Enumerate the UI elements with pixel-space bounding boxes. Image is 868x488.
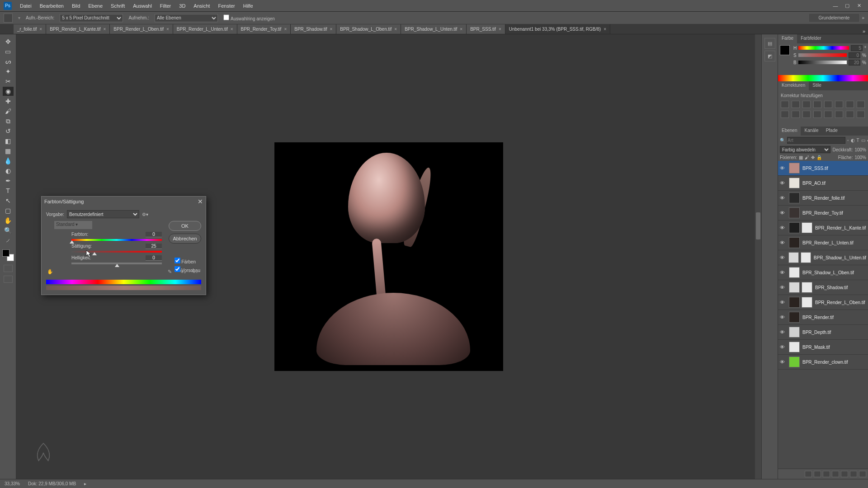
layer-visibility-icon[interactable]: 👁 [780, 195, 786, 201]
layer-row[interactable]: 👁BPR_Mask.tif [778, 340, 868, 355]
new-group-icon[interactable] [841, 471, 848, 477]
window-maximize-button[interactable]: ▢ [842, 2, 853, 10]
layer-name[interactable]: BPR_Render_L_Unten.tif [802, 240, 854, 245]
layer-visibility-icon[interactable]: 👁 [780, 344, 786, 350]
layer-name[interactable]: BPR_Render_Toy.tif [802, 211, 843, 216]
h-slider[interactable] [798, 46, 849, 50]
dialog-close-button[interactable]: ✕ [198, 198, 203, 205]
move-tool[interactable]: ✥ [3, 37, 14, 46]
exposure-adj-icon[interactable] [813, 101, 821, 108]
menu-layer[interactable]: Ebene [88, 3, 103, 9]
layer-filter-input[interactable] [787, 137, 845, 144]
ruler-tool[interactable]: ⟋ [3, 236, 14, 245]
layer-visibility-icon[interactable]: 👁 [780, 285, 786, 290]
document-canvas[interactable] [274, 142, 503, 371]
lock-all-icon[interactable]: 🔒 [816, 155, 822, 160]
menu-file[interactable]: Datei [20, 3, 32, 9]
layer-mask-icon[interactable] [823, 471, 830, 477]
sample-area-select[interactable]: 5 x 5 Pixel Durchschnitt [60, 14, 123, 22]
dialog-titlebar[interactable]: Farbton/Sättigung ✕ [42, 197, 206, 206]
lightness-slider[interactable] [71, 263, 162, 264]
screenmode-toggle[interactable] [4, 276, 13, 283]
link-layers-icon[interactable] [805, 471, 812, 477]
path-tool[interactable]: ↖ [3, 196, 14, 205]
layer-visibility-icon[interactable]: 👁 [780, 329, 786, 335]
type-tool[interactable]: T [3, 186, 14, 195]
layer-row[interactable]: 👁BPR_SSS.tif [778, 161, 868, 176]
workspace-label[interactable]: Grundelemente [809, 14, 859, 22]
scrubby-hand-icon[interactable]: ✋ [47, 269, 53, 275]
document-tab[interactable]: BPR_Render_Toy.tif× [237, 24, 291, 34]
hand-tool[interactable]: ✋ [3, 216, 14, 225]
colorbalance-adj-icon[interactable] [846, 101, 854, 108]
styles-tab[interactable]: Stile [809, 81, 825, 90]
preset-settings-icon[interactable]: ⚙▾ [142, 212, 148, 217]
huesat-adj-icon[interactable] [835, 101, 843, 108]
layer-row[interactable]: 👁BPR_Render_L_Kante.tif [778, 221, 868, 235]
filter-shape-icon[interactable]: ▭ [861, 138, 865, 143]
document-tab[interactable]: BPR_Render_L_Unten.tif× [173, 24, 237, 34]
preview-checkbox[interactable]: Vorschau [175, 266, 200, 273]
layer-row[interactable]: 👁BPR_Shadow_L_Oben.tif [778, 265, 868, 280]
menu-help[interactable]: Hilfe [243, 3, 253, 9]
layer-row[interactable]: 👁BPR_AO.tif [778, 176, 868, 191]
document-tab[interactable]: BPR_Shadow_L_Oben.tif× [336, 24, 401, 34]
layer-mask-thumbnail[interactable] [802, 282, 812, 293]
foreground-color-swatch[interactable] [2, 249, 9, 257]
color-tab[interactable]: Farbe [778, 34, 797, 43]
menu-3d[interactable]: 3D [179, 3, 185, 9]
document-tab[interactable]: _r_folie.tif× [14, 24, 46, 34]
layer-visibility-icon[interactable]: 👁 [780, 300, 786, 305]
show-selection-checkbox[interactable]: Auswahlring anzeigen [223, 14, 275, 21]
layer-thumbnail[interactable] [789, 178, 800, 188]
current-tool-icon[interactable] [4, 14, 13, 23]
layer-row[interactable]: 👁BPR_Depth.tif [778, 325, 868, 340]
sample-layers-select[interactable]: Alle Ebenen [155, 14, 218, 22]
eraser-tool[interactable]: ◧ [3, 136, 14, 145]
invert-adj-icon[interactable] [813, 111, 821, 118]
healing-tool[interactable]: ✚ [3, 97, 14, 106]
quickmask-toggle[interactable] [4, 265, 13, 272]
layer-name[interactable]: BPR_Mask.tif [802, 345, 830, 350]
color-spectrum[interactable] [778, 75, 868, 81]
layer-thumbnail[interactable] [789, 222, 800, 233]
layer-thumbnail[interactable] [789, 267, 800, 278]
tab-close-icon[interactable]: × [499, 27, 501, 32]
layer-visibility-icon[interactable]: 👁 [780, 359, 786, 365]
layers-list[interactable]: 👁BPR_SSS.tif👁BPR_AO.tif👁BPR_Render_folie… [778, 161, 868, 469]
pen-tool[interactable]: ✒ [3, 176, 14, 185]
layer-name[interactable]: BPR_SSS.tif [802, 166, 828, 171]
layer-row[interactable]: 👁BPR_Render.tif [778, 310, 868, 325]
delete-layer-icon[interactable] [859, 471, 866, 477]
layer-visibility-icon[interactable]: 👁 [780, 240, 786, 245]
curves-adj-icon[interactable] [802, 101, 811, 108]
paths-tab[interactable]: Pfade [822, 127, 841, 136]
new-layer-icon[interactable] [850, 471, 857, 477]
layer-name[interactable]: BPR_Render_clown.tif [802, 360, 848, 365]
lock-position-icon[interactable]: ✥ [811, 155, 815, 160]
layer-thumbnail[interactable] [789, 312, 800, 323]
blur-tool[interactable]: 💧 [3, 156, 14, 165]
colorlut-adj-icon[interactable] [802, 111, 811, 118]
window-close-button[interactable]: ✕ [854, 2, 864, 10]
levels-adj-icon[interactable] [792, 101, 800, 108]
zoom-tool[interactable]: 🔍 [3, 226, 14, 235]
layer-name[interactable]: BPR_Render_folie.tif [802, 196, 844, 201]
layer-name[interactable]: BPR_Render_L_Kante.tif [815, 225, 866, 230]
layer-visibility-icon[interactable]: 👁 [780, 225, 786, 230]
adjustments-tab[interactable]: Korrekturen [778, 81, 809, 90]
document-tab[interactable]: BPR_Shadow.tif× [291, 24, 336, 34]
lock-transparency-icon[interactable]: ▦ [799, 155, 803, 160]
layer-name[interactable]: BPR_Shadow.tif [815, 285, 848, 290]
lasso-tool[interactable]: ᔕ [3, 57, 14, 66]
history-brush-tool[interactable]: ↺ [3, 127, 14, 136]
tab-close-icon[interactable]: × [394, 27, 397, 32]
color-range-select[interactable]: Standard ▾ [54, 221, 92, 229]
filter-type-icon[interactable]: T [857, 138, 859, 143]
layer-thumbnail[interactable] [789, 163, 800, 174]
menu-type[interactable]: Schrift [111, 3, 125, 9]
document-tab[interactable]: Unbenannt1 bei 33,3% (BPR_SSS.tif, RGB/8… [505, 24, 610, 34]
colorize-checkbox[interactable]: Färben [175, 258, 200, 264]
layer-row[interactable]: 👁BPR_Render_clown.tif [778, 355, 868, 370]
ok-button[interactable]: OK [169, 221, 201, 231]
